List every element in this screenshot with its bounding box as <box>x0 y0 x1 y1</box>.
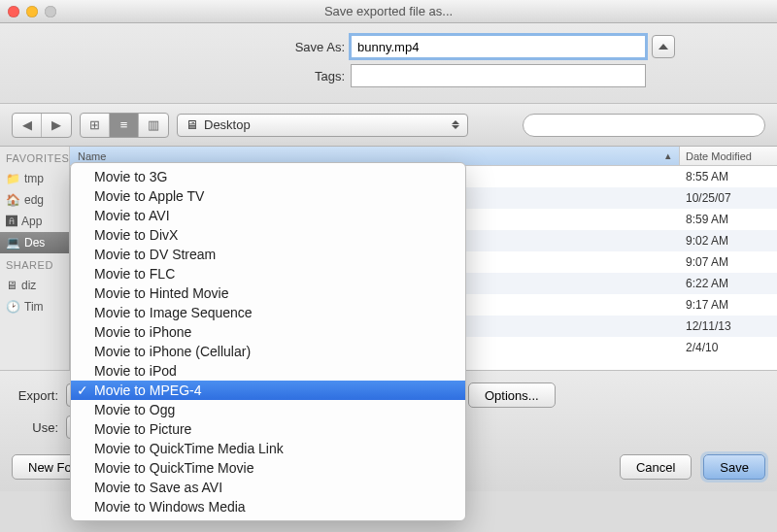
nav-buttons: ◀ ▶ <box>12 113 72 138</box>
sort-ascending-icon: ▴ <box>665 150 671 162</box>
zoom-icon[interactable] <box>45 6 56 17</box>
sidebar-header-favorites: FAVORITES <box>0 147 69 168</box>
minimize-icon[interactable] <box>26 6 38 17</box>
browser-toolbar: ◀ ▶ ⊞ ≡ ▥ 🖥 Desktop 🔍 <box>0 104 777 147</box>
export-menu-item[interactable]: Movie to Picture <box>71 419 465 439</box>
file-date-cell: 10/25/07 <box>680 191 777 205</box>
close-icon[interactable] <box>8 6 19 17</box>
file-date-cell: 12/11/13 <box>680 319 777 333</box>
expand-browser-button[interactable] <box>652 35 675 58</box>
export-popup-menu: Movie to 3GMovie to Apple TVMovie to AVI… <box>70 162 466 521</box>
export-menu-item[interactable]: Movie to Windows Media <box>71 497 465 516</box>
window-controls <box>8 6 56 17</box>
save-as-panel: Save As: Tags: <box>0 23 777 104</box>
columns-icon: ▥ <box>147 117 160 132</box>
sidebar-item-label: tmp <box>24 172 44 185</box>
export-menu-item[interactable]: Movie to 3G <box>71 167 465 186</box>
sidebar-item-shared-2[interactable]: 🕑Tim <box>0 296 69 317</box>
search-input[interactable] <box>523 114 765 137</box>
sidebar-item-label: Tim <box>24 300 44 314</box>
save-as-label: Save As: <box>102 40 345 54</box>
sidebar-item-home[interactable]: 🏠edg <box>0 189 69 211</box>
home-icon: 🏠 <box>6 193 20 207</box>
export-menu-item[interactable]: Movie to AVI <box>71 206 465 225</box>
column-view-button[interactable]: ▥ <box>139 114 168 137</box>
updown-icon <box>452 120 459 129</box>
sidebar-item-tmp[interactable]: 📁tmp <box>0 168 69 189</box>
sidebar: FAVORITES 📁tmp 🏠edg 🅰App 💻Des SHARED 🖥di… <box>0 147 70 370</box>
sidebar-item-desktop[interactable]: 💻Des <box>0 232 69 253</box>
sidebar-item-shared-1[interactable]: 🖥diz <box>0 275 69 296</box>
cancel-button[interactable]: Cancel <box>620 454 692 480</box>
file-date-cell: 8:59 AM <box>680 213 777 226</box>
folder-name: Desktop <box>204 117 251 132</box>
export-menu-item[interactable]: Movie to iPhone <box>71 322 465 342</box>
back-button[interactable]: ◀ <box>13 114 42 137</box>
time-machine-icon: 🕑 <box>6 300 20 314</box>
view-mode-buttons: ⊞ ≡ ▥ <box>80 113 169 138</box>
export-menu-item[interactable]: Movie to Image Sequence <box>71 303 465 322</box>
forward-button[interactable]: ▶ <box>42 114 71 137</box>
save-button[interactable]: Save <box>703 454 765 480</box>
export-label: Export: <box>12 388 58 403</box>
export-menu-item[interactable]: Movie to FLC <box>71 264 465 283</box>
computer-icon: 🖥 <box>6 279 17 292</box>
grid-icon: ⊞ <box>88 117 102 132</box>
file-date-cell: 2/4/10 <box>680 341 777 354</box>
export-menu-item[interactable]: Movie to Ogg <box>71 400 465 419</box>
list-view-button[interactable]: ≡ <box>110 114 139 137</box>
triangle-up-icon <box>659 44 668 50</box>
file-date-cell: 6:22 AM <box>680 277 777 290</box>
export-menu-item[interactable]: Movie to Hinted Movie <box>71 283 465 303</box>
export-menu-item[interactable]: Movie to QuickTime Movie <box>71 458 465 478</box>
sidebar-header-shared: SHARED <box>0 253 69 275</box>
desktop-icon: 💻 <box>6 236 20 249</box>
use-label: Use: <box>12 420 58 435</box>
sidebar-item-label: edg <box>24 193 44 207</box>
file-date-cell: 8:55 AM <box>680 170 777 183</box>
sidebar-item-label: Des <box>24 236 45 249</box>
file-date-cell: 9:17 AM <box>680 298 777 312</box>
tags-input[interactable] <box>351 64 646 87</box>
export-menu-item[interactable]: Movie to DivX <box>71 225 465 245</box>
export-menu-item[interactable]: Movie to Apple TV <box>71 186 465 206</box>
export-menu-item[interactable]: Movie to DV Stream <box>71 245 465 264</box>
folder-icon: 📁 <box>6 172 20 185</box>
window-title: Save exported file as... <box>0 4 777 18</box>
export-menu-item[interactable]: Movie to Save as AVI <box>71 478 465 497</box>
sidebar-item-apps[interactable]: 🅰App <box>0 211 69 232</box>
save-as-input[interactable] <box>351 35 646 58</box>
export-menu-item[interactable]: Movie to iPod <box>71 361 465 381</box>
list-icon: ≡ <box>118 117 131 132</box>
file-date-cell: 9:07 AM <box>680 255 777 269</box>
export-menu-item[interactable]: Movie to MPEG-4 <box>71 381 465 400</box>
folder-select[interactable]: 🖥 Desktop <box>177 114 468 137</box>
column-header-date[interactable]: Date Modified <box>680 150 777 162</box>
file-date-cell: 9:02 AM <box>680 234 777 248</box>
folder-icon: 🖥 <box>186 117 198 132</box>
applications-icon: 🅰 <box>6 215 17 228</box>
options-button[interactable]: Options... <box>468 382 556 408</box>
titlebar: Save exported file as... <box>0 0 777 23</box>
tags-label: Tags: <box>102 69 345 83</box>
export-menu-item[interactable]: Movie to iPhone (Cellular) <box>71 342 465 361</box>
sidebar-item-label: App <box>21 215 42 228</box>
sidebar-item-label: diz <box>21 279 36 292</box>
export-menu-item[interactable]: Movie to QuickTime Media Link <box>71 439 465 458</box>
icon-view-button[interactable]: ⊞ <box>81 114 110 137</box>
